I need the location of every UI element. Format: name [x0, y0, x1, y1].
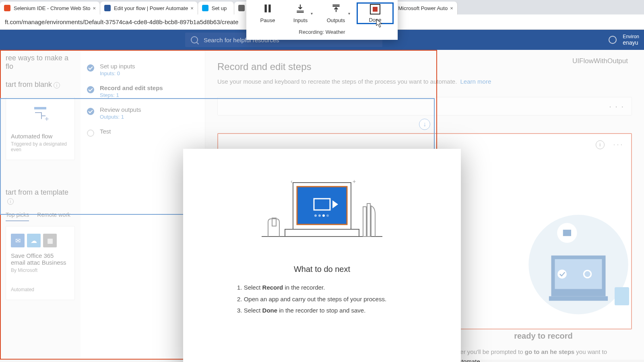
globe-icon [609, 36, 617, 44]
svg-rect-19 [285, 229, 359, 237]
svg-point-18 [326, 214, 329, 217]
laptop-illustration: ‹+ [199, 179, 445, 248]
svg-text:+: + [353, 179, 356, 185]
chevron-down-icon[interactable]: ▾ [311, 11, 313, 16]
recording-status: Recording: Weather [246, 27, 398, 36]
recorder-toolbar: Pause Inputs ▾ Outputs ▾ Done Recording:… [246, 0, 398, 40]
svg-point-15 [314, 214, 317, 217]
inputs-button[interactable]: Inputs ▾ [286, 2, 320, 24]
tab-setup[interactable]: Set up [198, 2, 234, 14]
close-icon[interactable]: × [190, 5, 194, 11]
stop-icon [370, 4, 380, 14]
svg-text:‹: ‹ [291, 179, 293, 185]
what-to-do-modal: ‹+ What to do next Select Record in the … [183, 149, 461, 362]
tab-selenium[interactable]: Selenium IDE - Chrome Web Sto× [0, 2, 100, 14]
favicon-icon [104, 5, 111, 11]
chevron-down-icon[interactable]: ▾ [348, 11, 350, 16]
tab-power-automate[interactable]: Edit your flow | Power Automate× [100, 2, 198, 14]
favicon-icon [238, 5, 245, 11]
svg-rect-27 [268, 4, 270, 12]
done-button[interactable]: Done [357, 2, 394, 24]
pause-button[interactable]: Pause [250, 2, 285, 24]
favicon-icon [4, 5, 10, 11]
outputs-button[interactable]: Outputs ▾ [321, 2, 356, 24]
svg-point-16 [318, 214, 321, 217]
close-icon[interactable]: × [450, 5, 453, 11]
svg-rect-26 [264, 4, 266, 12]
svg-rect-23 [367, 204, 370, 237]
outputs-icon [331, 3, 341, 15]
modal-title: What to do next [199, 265, 445, 274]
inputs-icon [295, 3, 305, 15]
environment-switcher[interactable]: Environ enayu [609, 34, 639, 46]
stage: UIFlowWithOutput ree ways to make a flo … [0, 50, 644, 360]
svg-rect-12 [297, 187, 347, 224]
favicon-icon [202, 5, 208, 11]
svg-point-17 [322, 214, 325, 217]
pause-icon [262, 3, 273, 15]
close-icon[interactable]: × [93, 5, 96, 11]
search-icon [191, 36, 198, 43]
modal-steps: Select Record in the recorder. Open an a… [235, 282, 409, 317]
svg-rect-22 [363, 207, 366, 237]
